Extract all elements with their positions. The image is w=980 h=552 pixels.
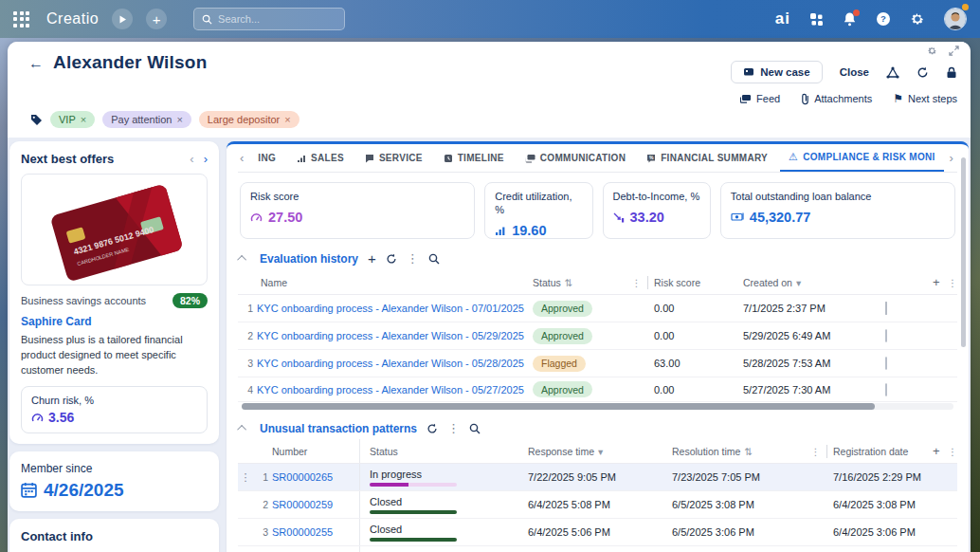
process-diagram-icon[interactable]: [886, 66, 899, 79]
app-launcher-icon[interactable]: [13, 11, 29, 28]
tab-communication[interactable]: COMMUNICATION: [517, 144, 634, 172]
metric-credit-utilization: Credit utilization, % 19.60: [484, 182, 592, 239]
attachments-button[interactable]: Attachments: [801, 93, 872, 105]
remove-tag-icon[interactable]: ×: [81, 114, 86, 125]
new-case-button[interactable]: New case: [731, 61, 822, 83]
col-name[interactable]: Name: [257, 277, 533, 288]
row-checkbox[interactable]: [885, 357, 887, 370]
bar-chart-icon: [495, 225, 506, 236]
member-since-value: 4/26/2025: [44, 480, 124, 501]
refresh-icon[interactable]: [386, 253, 397, 265]
search-input[interactable]: [218, 13, 322, 25]
tag-icon[interactable]: [30, 114, 43, 126]
col-status[interactable]: Status⇅: [533, 277, 631, 288]
col-response-time[interactable]: Response time▾: [528, 446, 672, 457]
carousel-next-icon[interactable]: ›: [204, 152, 208, 166]
table-row[interactable]: 1 KYC onboarding process - Alexander Wil…: [238, 295, 957, 322]
settings-gear-icon[interactable]: [910, 11, 925, 27]
search-icon[interactable]: [428, 253, 440, 265]
search-icon[interactable]: [469, 423, 481, 434]
col-status[interactable]: Status: [359, 439, 528, 463]
col-risk-score[interactable]: Risk score: [654, 277, 743, 288]
tag-large-depositor[interactable]: Large depositor×: [199, 111, 299, 128]
grid-settings-icon[interactable]: ⋮: [948, 277, 958, 288]
tab-financial-summary[interactable]: % FINANCIAL SUMMARY: [638, 144, 776, 172]
record-link[interactable]: SR00000259: [272, 499, 359, 510]
table-row[interactable]: 2 SR00000259 Closed 6/4/2025 5:08 PM 6/5…: [238, 491, 957, 519]
record-link[interactable]: KYC onboarding process - Alexander Wilso…: [257, 384, 533, 396]
refresh-icon[interactable]: [426, 423, 438, 434]
timeline-icon: [444, 154, 453, 163]
run-process-button[interactable]: [112, 9, 133, 29]
lock-icon[interactable]: [946, 66, 957, 79]
column-menu-icon[interactable]: ⋮: [631, 277, 642, 288]
table-row[interactable]: ⋮ 1 SR00000265 In progress 7/22/2025 9:0…: [238, 464, 957, 491]
record-link[interactable]: KYC onboarding process - Alexander Wilso…: [257, 330, 533, 341]
table-row[interactable]: 4 KYC onboarding process - Alexander Wil…: [238, 377, 957, 402]
tab-service[interactable]: SERVICE: [356, 144, 431, 172]
trend-down-icon: [613, 212, 625, 223]
remove-tag-icon[interactable]: ×: [176, 114, 182, 125]
notifications-bell-icon[interactable]: [843, 11, 857, 27]
expand-icon[interactable]: [949, 46, 959, 56]
more-options-icon[interactable]: ⋮: [447, 421, 460, 435]
marketplace-icon[interactable]: [809, 12, 824, 27]
collapse-section-icon[interactable]: [237, 255, 246, 265]
row-menu-icon[interactable]: ⋮: [238, 471, 253, 484]
remove-tag-icon[interactable]: ×: [284, 114, 290, 125]
contact-info-card: Contact info Onboarding completed ▾ Alex…: [9, 519, 219, 552]
column-menu-icon[interactable]: ⋮: [810, 446, 821, 457]
vertical-scrollbar-thumb[interactable]: [961, 157, 966, 347]
next-steps-button[interactable]: ⚑ Next steps: [893, 92, 957, 105]
add-column-icon[interactable]: +: [933, 275, 940, 289]
close-button[interactable]: Close: [840, 66, 869, 78]
left-sidebar: Next best offers ‹ › 43: [9, 141, 219, 552]
carousel-prev-icon[interactable]: ‹: [190, 152, 193, 166]
tab-compliance-risk-monitoring[interactable]: ⚠ COMPLIANCE & RISK MONI: [780, 144, 944, 172]
row-checkbox[interactable]: [885, 329, 887, 342]
global-search[interactable]: [193, 8, 345, 30]
record-page: ← Alexander Wilson New case Close: [8, 42, 971, 552]
collapse-section-icon[interactable]: [237, 425, 246, 434]
offer-link[interactable]: Saphire Card: [21, 315, 208, 328]
tab-timeline[interactable]: TIMELINE: [435, 144, 513, 172]
feed-button[interactable]: Feed: [739, 93, 780, 104]
record-link[interactable]: KYC onboarding process - Alexander Wilso…: [257, 303, 533, 314]
table-row[interactable]: 3 KYC onboarding process - Alexander Wil…: [238, 350, 957, 377]
more-options-icon[interactable]: ⋮: [407, 251, 419, 266]
evaluation-history-table: Name Status⇅ ⋮ Risk score Created on▾ +⋮…: [238, 270, 957, 410]
help-icon[interactable]: ?: [876, 11, 891, 27]
user-avatar[interactable]: [944, 8, 967, 30]
row-checkbox[interactable]: [885, 383, 887, 396]
tag-pay-attention[interactable]: Pay attention×: [102, 111, 191, 128]
row-checkbox[interactable]: [885, 302, 887, 315]
record-link[interactable]: KYC onboarding process - Alexander Wilso…: [257, 358, 533, 369]
page-settings-gear-icon[interactable]: [927, 46, 937, 56]
table-header-row: Number Status Response time▾ Resolution …: [238, 439, 957, 464]
creatio-ai-icon[interactable]: ai: [775, 9, 790, 28]
table-row[interactable]: 2 KYC onboarding process - Alexander Wil…: [238, 322, 957, 350]
add-new-button[interactable]: +: [146, 9, 167, 29]
col-resolution-time[interactable]: Resolution time⇅: [672, 446, 810, 457]
tab-ing[interactable]: ING: [249, 144, 284, 172]
add-column-icon[interactable]: +: [933, 444, 940, 458]
tag-vip[interactable]: VIP×: [50, 111, 95, 128]
tabs-scroll-left-icon[interactable]: ‹: [238, 151, 245, 165]
search-icon: [202, 14, 212, 25]
metric-value: 33.20: [630, 210, 664, 225]
col-created-on[interactable]: Created on▾: [743, 277, 885, 288]
tabs-scroll-right-icon[interactable]: ›: [948, 151, 955, 165]
metric-value: 19.60: [512, 223, 546, 238]
horizontal-scrollbar-thumb[interactable]: [242, 403, 875, 410]
back-button[interactable]: ←: [28, 55, 44, 72]
tab-sales[interactable]: SALES: [288, 144, 353, 172]
add-record-icon[interactable]: +: [368, 250, 376, 267]
table-row[interactable]: 3 SR00000255 Closed 6/4/2025 5:06 PM 6/5…: [238, 519, 957, 546]
col-registration-date[interactable]: Registration date: [833, 446, 927, 457]
refresh-icon[interactable]: [916, 66, 929, 79]
record-link[interactable]: SR00000265: [272, 471, 359, 483]
col-number[interactable]: Number: [272, 446, 359, 457]
grid-settings-icon[interactable]: ⋮: [948, 446, 958, 457]
record-link[interactable]: SR00000255: [272, 526, 359, 538]
table-row[interactable]: 4 SR00000166 Closed 5/30/2025 9:00 AM 5/…: [238, 546, 957, 552]
